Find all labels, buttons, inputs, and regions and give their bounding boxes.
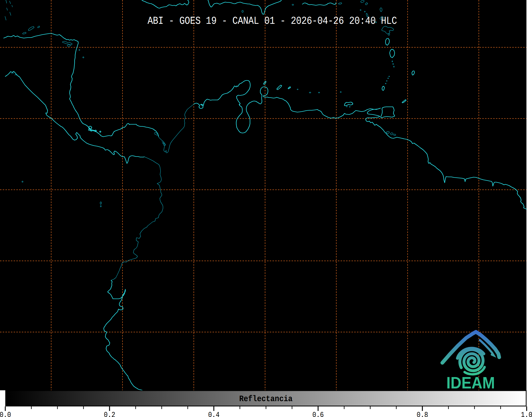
svg-text:0.0: 0.0 [0,411,11,417]
svg-text:ABI - GOES 19 - CANAL 01 - 202: ABI - GOES 19 - CANAL 01 - 2026-04-26 20… [148,15,397,27]
svg-text:0.4: 0.4 [208,411,220,417]
svg-text:0.8: 0.8 [417,411,428,417]
svg-text:0.2: 0.2 [104,411,115,417]
svg-text:0.6: 0.6 [312,411,324,417]
svg-text:Reflectancia: Reflectancia [239,395,293,404]
svg-text:IDEAM: IDEAM [446,374,495,392]
svg-text:1.0: 1.0 [521,411,532,417]
